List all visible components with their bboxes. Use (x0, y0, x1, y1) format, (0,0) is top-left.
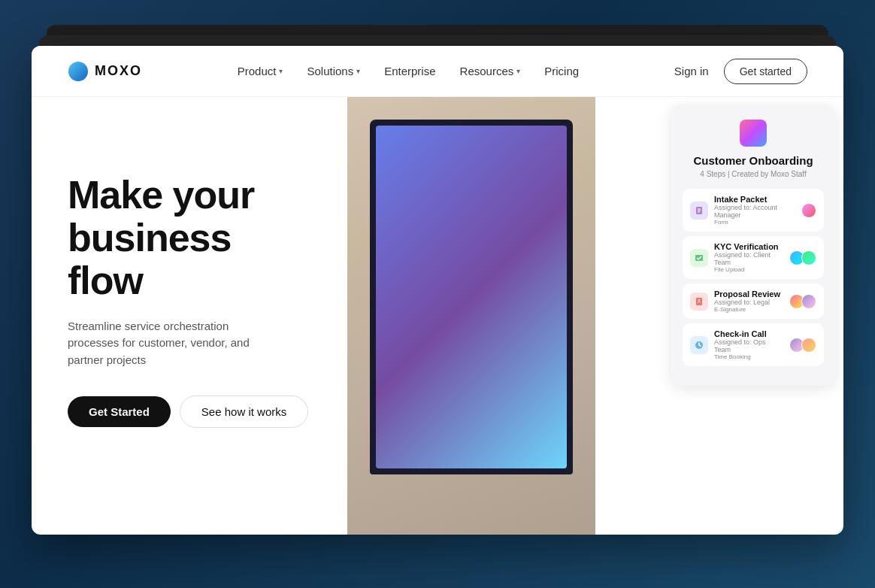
svg-point-7 (698, 299, 700, 301)
task-item-kyc[interactable]: KYC Verification Assigned to: Client Tea… (683, 236, 824, 279)
svg-point-0 (68, 62, 88, 81)
nav-item-resources[interactable]: Resources ▾ (460, 65, 521, 77)
onboarding-card-icon (740, 120, 767, 147)
avatar (801, 250, 816, 265)
onboarding-card: Customer Onboarding 4 Steps | Created by… (671, 105, 836, 386)
task-name: Check-in Call (714, 329, 783, 338)
task-icon-form (690, 202, 708, 220)
hero-product-image (347, 97, 595, 535)
task-name: KYC Verification (714, 242, 783, 251)
task-badge: File Upload (714, 266, 783, 273)
task-name: Intake Packet (714, 195, 795, 204)
task-assign: Assigned to: Client Team (714, 251, 783, 266)
hero-title: Make your business flow (68, 174, 311, 303)
task-badge: Form (714, 219, 795, 226)
get-started-nav-button[interactable]: Get started (724, 59, 807, 84)
task-badge: E-Signature (714, 306, 783, 313)
task-badge: Time Booking (714, 353, 783, 360)
task-icon-proposal (690, 292, 708, 311)
avatar (801, 203, 816, 218)
task-info-intake: Intake Packet Assigned to: Account Manag… (714, 195, 795, 226)
task-info-proposal: Proposal Review Assigned to: Legal E-Sig… (714, 289, 783, 313)
task-item-proposal[interactable]: Proposal Review Assigned to: Legal E-Sig… (683, 283, 824, 319)
navbar: MOXO Product ▾ Solutions ▾ Enterprise Re… (32, 46, 843, 97)
chevron-down-icon: ▾ (279, 67, 283, 75)
task-assign: Assigned to: Ops Team (714, 338, 783, 353)
logo[interactable]: MOXO (68, 61, 142, 82)
logo-text: MOXO (95, 63, 142, 79)
avatar (801, 294, 816, 309)
task-avatars-checkin (789, 338, 816, 353)
hero-right: Customer Onboarding 4 Steps | Created by… (347, 97, 843, 535)
get-started-hero-button[interactable]: Get Started (68, 396, 171, 427)
hero-left: Make your business flow Streamline servi… (32, 97, 347, 535)
hero-buttons: Get Started See how it works (68, 396, 311, 428)
sign-in-link[interactable]: Sign in (674, 65, 709, 77)
chevron-down-icon: ▾ (516, 67, 520, 75)
moxo-logo-icon (68, 61, 89, 82)
see-how-it-works-button[interactable]: See how it works (180, 396, 308, 428)
task-assign: Assigned to: Legal (714, 299, 783, 306)
nav-links: Product ▾ Solutions ▾ Enterprise Resourc… (238, 65, 579, 77)
nav-item-product[interactable]: Product ▾ (238, 65, 283, 77)
onboarding-card-subtitle: 4 Steps | Created by Moxo Staff (683, 170, 824, 178)
nav-item-enterprise[interactable]: Enterprise (384, 65, 435, 77)
task-item-intake[interactable]: Intake Packet Assigned to: Account Manag… (683, 189, 824, 232)
task-avatars-intake (801, 203, 816, 218)
task-info-checkin: Check-in Call Assigned to: Ops Team Time… (714, 329, 783, 360)
avatar (801, 338, 816, 353)
task-name: Proposal Review (714, 289, 783, 299)
hero-subtitle: Streamline service orchestration process… (68, 318, 278, 369)
task-icon-checkin (690, 336, 708, 354)
task-avatars-proposal (789, 294, 816, 309)
chevron-down-icon: ▾ (356, 67, 360, 75)
nav-item-pricing[interactable]: Pricing (544, 65, 579, 77)
task-assign: Assigned to: Account Manager (714, 204, 795, 219)
task-avatars-kyc (789, 250, 816, 265)
nav-item-solutions[interactable]: Solutions ▾ (307, 65, 360, 77)
task-item-checkin[interactable]: Check-in Call Assigned to: Ops Team Time… (683, 323, 824, 366)
browser-stack: MOXO Product ▾ Solutions ▾ Enterprise Re… (32, 46, 843, 542)
nav-actions: Sign in Get started (674, 59, 807, 84)
task-icon-kyc (690, 249, 708, 267)
browser-window: MOXO Product ▾ Solutions ▾ Enterprise Re… (32, 46, 843, 535)
task-info-kyc: KYC Verification Assigned to: Client Tea… (714, 242, 783, 273)
onboarding-card-title: Customer Onboarding (683, 154, 824, 167)
hero-section: Make your business flow Streamline servi… (32, 97, 843, 535)
